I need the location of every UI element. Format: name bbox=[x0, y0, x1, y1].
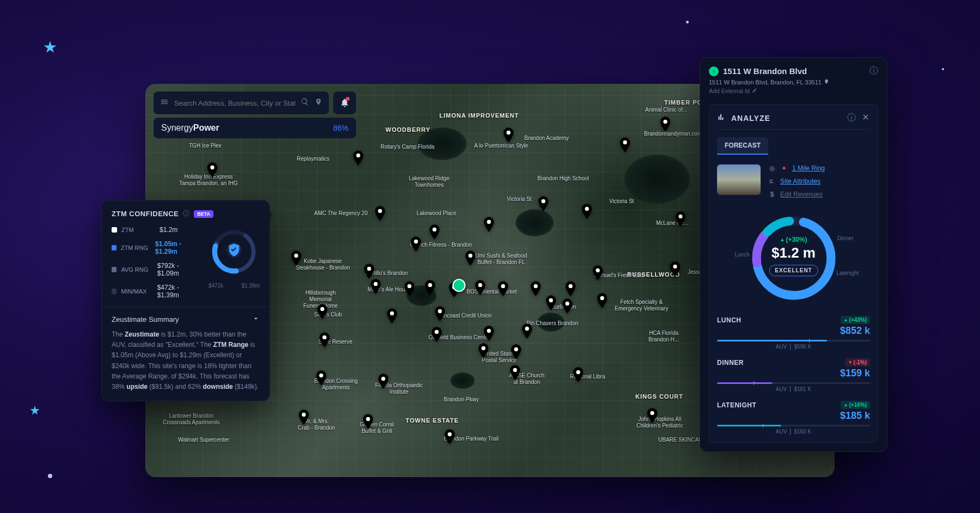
map-pin[interactable] bbox=[424, 280, 436, 295]
site-attributes-link[interactable]: Site Attributes bbox=[780, 178, 820, 185]
poi-label: Brandonhandyman.com bbox=[644, 131, 702, 137]
map-pin[interactable] bbox=[619, 137, 631, 152]
poi-label: Replaymatics bbox=[297, 156, 329, 162]
forecast-gauge: (+30%) $1.2 m EXCELLENT Lunch Dinner Lat… bbox=[745, 209, 843, 307]
map-pin[interactable] bbox=[503, 127, 514, 143]
neighborhood-label: WOODBERRY bbox=[385, 126, 431, 133]
map-pin[interactable] bbox=[370, 279, 382, 294]
map-pin[interactable] bbox=[318, 332, 330, 347]
dot-icon bbox=[942, 68, 944, 70]
map-pin[interactable] bbox=[483, 326, 495, 341]
add-external-id[interactable]: Add External Id bbox=[709, 88, 750, 94]
segment-bar bbox=[717, 425, 870, 426]
map-texture bbox=[516, 209, 554, 236]
poi-label: Johns Hopkins AllChildren's Pediatric bbox=[636, 416, 683, 429]
poi-label: Victoria St bbox=[609, 198, 634, 205]
map-pin[interactable] bbox=[483, 217, 495, 232]
map-pin[interactable] bbox=[431, 327, 443, 342]
map-pin[interactable] bbox=[290, 251, 302, 266]
chevron-down-icon[interactable] bbox=[252, 315, 260, 324]
ztm-row-label: ZTM bbox=[121, 227, 155, 233]
edit-icon[interactable] bbox=[752, 88, 757, 94]
map-pin[interactable] bbox=[410, 236, 422, 252]
ring-link[interactable]: 1 Mile Ring bbox=[792, 164, 825, 172]
poi-label: TGH Ice Plex bbox=[189, 143, 221, 149]
map-pin[interactable] bbox=[464, 251, 476, 266]
segment-name: LUNCH bbox=[717, 316, 742, 324]
map-pin[interactable] bbox=[315, 370, 327, 386]
neighborhood-label: TOWNE ESTATE bbox=[406, 417, 459, 424]
poi-label: Kobe JapaneseSteakhouse - Brandon bbox=[296, 258, 350, 271]
map-pin[interactable] bbox=[434, 306, 446, 321]
neighborhood-label: KINGS COURT bbox=[635, 393, 683, 400]
brand-bar: SynergyPower 86% bbox=[154, 118, 356, 138]
map-pin[interactable] bbox=[374, 206, 386, 221]
map-pin[interactable] bbox=[581, 204, 593, 219]
notifications-button[interactable] bbox=[333, 91, 356, 114]
map-pin[interactable] bbox=[572, 367, 584, 382]
map-pin[interactable] bbox=[386, 308, 398, 323]
selected-site-pin[interactable] bbox=[452, 279, 465, 292]
ztm-row: MIN/MAX$472k - $1.39m bbox=[112, 284, 200, 299]
map-pin[interactable] bbox=[477, 343, 489, 358]
map-pin[interactable] bbox=[596, 293, 608, 308]
map-pin[interactable] bbox=[403, 281, 415, 296]
map-pin[interactable] bbox=[646, 408, 658, 423]
sliders-icon bbox=[768, 178, 776, 185]
map-pin[interactable] bbox=[474, 280, 486, 295]
gauge-label-dinner: Dinner bbox=[837, 235, 853, 241]
ztm-row: ZTM$1.2m bbox=[112, 226, 200, 234]
star-icon bbox=[30, 406, 40, 416]
search-input[interactable] bbox=[174, 99, 295, 107]
map-pin[interactable] bbox=[509, 365, 521, 380]
poi-label: Rotary's Camp Florida bbox=[381, 144, 434, 150]
site-status-icon: ↑ bbox=[709, 66, 719, 76]
map-pin[interactable] bbox=[669, 261, 681, 277]
map-pin[interactable] bbox=[521, 323, 533, 339]
help-icon[interactable]: ⓘ bbox=[847, 112, 856, 124]
map-pin[interactable] bbox=[675, 211, 687, 227]
location-pin-icon[interactable] bbox=[315, 98, 322, 108]
tab-forecast[interactable]: FORECAST bbox=[717, 137, 768, 155]
poi-label: Walmart Supercenter bbox=[178, 437, 229, 443]
star-icon bbox=[44, 41, 57, 54]
close-icon[interactable] bbox=[861, 113, 870, 124]
map-pin[interactable] bbox=[362, 414, 374, 429]
summary-header[interactable]: Zeustimate Summary bbox=[112, 315, 260, 324]
map-pin[interactable] bbox=[428, 224, 440, 240]
analyze-panel: ↑ 1511 W Brandon Blvd ⓘ 1511 W Brandon B… bbox=[700, 57, 887, 452]
map-pin[interactable] bbox=[565, 281, 577, 296]
ztm-row-label: MIN/MAX bbox=[121, 288, 152, 295]
map-pin[interactable] bbox=[537, 196, 549, 211]
gauge-badge: EXCELLENT bbox=[769, 265, 818, 276]
shield-icon bbox=[226, 242, 242, 258]
help-icon[interactable]: ⓘ bbox=[183, 209, 189, 218]
map-pin[interactable] bbox=[592, 265, 604, 280]
edit-revenues-link[interactable]: Edit Revenues bbox=[780, 191, 823, 198]
map-pin[interactable] bbox=[545, 295, 557, 310]
map-pin[interactable] bbox=[530, 281, 542, 296]
map-pin[interactable] bbox=[316, 304, 328, 319]
poi-label: Pin Chasers Brandon bbox=[526, 320, 578, 327]
dollar-icon: $ bbox=[768, 191, 776, 198]
map-pin[interactable] bbox=[352, 150, 364, 166]
map-pin[interactable] bbox=[497, 281, 509, 296]
search-icon[interactable] bbox=[301, 97, 309, 108]
map-pin[interactable] bbox=[444, 429, 456, 444]
location-pin-icon[interactable] bbox=[824, 79, 829, 86]
search-bar[interactable] bbox=[154, 91, 329, 114]
address-full: 1511 W Brandon Blvd, Brandon, FL 33511 bbox=[709, 79, 822, 86]
map-pin[interactable] bbox=[659, 117, 671, 132]
map-pin[interactable] bbox=[561, 298, 573, 314]
map-pin[interactable] bbox=[298, 410, 310, 425]
menu-icon[interactable] bbox=[160, 97, 169, 108]
streetview-thumbnail[interactable] bbox=[717, 164, 761, 195]
map-pin[interactable] bbox=[363, 264, 375, 279]
help-icon[interactable]: ⓘ bbox=[869, 65, 878, 77]
analyze-title: ANALYZE bbox=[731, 114, 842, 123]
map-pin[interactable] bbox=[206, 162, 218, 178]
poi-label: Brandon Academy bbox=[524, 135, 569, 142]
map-pin[interactable] bbox=[510, 344, 522, 359]
segment-auv-value: $161 K bbox=[794, 386, 811, 392]
map-pin[interactable] bbox=[377, 374, 389, 389]
